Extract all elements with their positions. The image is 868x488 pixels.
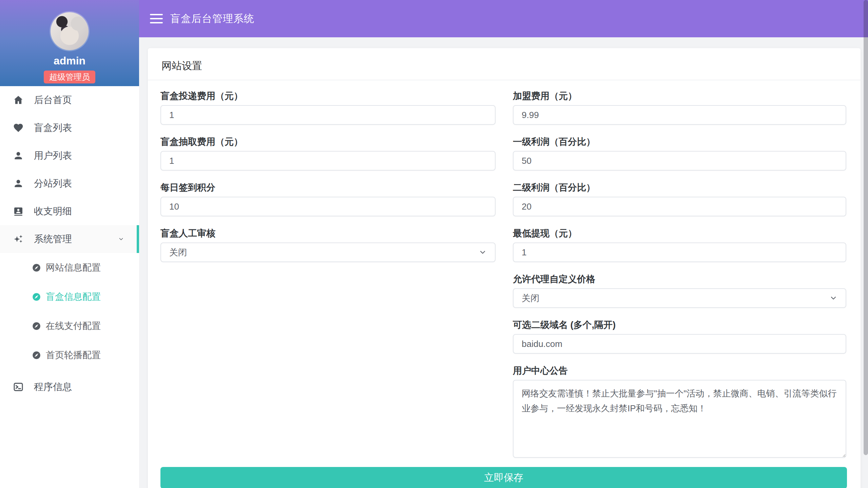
field-label-level2-profit: 二级利润（百分比） — [513, 182, 846, 193]
sidebar-item-substation-list[interactable]: 分站列表 — [0, 170, 139, 197]
form-group: 加盟费用（元） — [513, 91, 846, 125]
sidebar-item-label: 分站列表 — [34, 177, 72, 190]
terminal-icon — [13, 382, 24, 392]
ledger-icon — [13, 206, 24, 217]
sparkles-icon — [13, 234, 24, 245]
save-button[interactable]: 立即保存 — [160, 467, 847, 488]
form-group: 最低提现（元） — [513, 228, 846, 262]
page-title: 网站设置 — [161, 59, 202, 73]
box-delivery-fee-input[interactable] — [160, 105, 496, 125]
sidebar-item-label: 收支明细 — [34, 205, 72, 218]
compass-icon — [32, 321, 41, 331]
home-icon — [13, 95, 24, 105]
compass-icon — [32, 351, 41, 360]
user-center-notice-textarea[interactable]: 网络交友需谨慎！禁止大批量参与"抽一个"活动，禁止微商、电销、引流等类似行业参与… — [513, 380, 846, 458]
sidebar-profile: admin 超级管理员 — [0, 0, 139, 86]
chevron-down-icon — [479, 248, 487, 256]
field-label-box-delivery-fee: 盲盒投递费用（元） — [160, 91, 496, 101]
user-icon — [13, 178, 24, 189]
secondary-domains-input[interactable] — [513, 334, 846, 354]
form-group: 盲盒人工审核 关闭 — [160, 228, 496, 262]
form-column-right: 加盟费用（元） 一级利润（百分比） 二级利润（百分比） 最低提现（元） 允许代理… — [513, 91, 846, 471]
form-group: 可选二级域名 (多个,隔开) — [513, 320, 846, 354]
sidebar-subitem-home-carousel-config[interactable]: 首页轮播配置 — [0, 340, 139, 370]
level2-profit-input[interactable] — [513, 197, 846, 216]
box-draw-fee-input[interactable] — [160, 151, 496, 171]
heart-icon — [13, 122, 24, 133]
sidebar-item-transactions[interactable]: 收支明细 — [0, 197, 139, 225]
agent-custom-price-select[interactable]: 关闭 — [513, 288, 846, 308]
manual-review-select[interactable]: 关闭 — [160, 242, 496, 262]
top-header-bar: 盲盒后台管理系统 — [139, 0, 868, 37]
form-group: 盲盒投递费用（元） — [160, 91, 496, 125]
sidebar-item-label: 后台首页 — [34, 94, 72, 106]
field-label-secondary-domains: 可选二级域名 (多个,隔开) — [513, 320, 846, 330]
field-label-level1-profit: 一级利润（百分比） — [513, 137, 846, 147]
settings-card: 网站设置 盲盒投递费用（元） 盲盒抽取费用（元） 每日签到积分 盲盒人工审核 关… — [148, 48, 861, 488]
select-value: 关闭 — [169, 247, 187, 258]
field-label-manual-review: 盲盒人工审核 — [160, 228, 496, 238]
sidebar-item-box-list[interactable]: 盲盒列表 — [0, 114, 139, 142]
chevron-down-icon — [118, 234, 124, 245]
form-group: 允许代理自定义价格 关闭 — [513, 274, 846, 308]
field-label-franchise-fee: 加盟费用（元） — [513, 91, 846, 101]
sidebar-item-label: 盲盒列表 — [34, 121, 72, 134]
sidebar-item-user-list[interactable]: 用户列表 — [0, 142, 139, 170]
hamburger-menu-icon[interactable] — [150, 11, 163, 26]
form-group: 每日签到积分 — [160, 182, 496, 216]
form-group: 二级利润（百分比） — [513, 182, 846, 216]
avatar[interactable] — [51, 12, 89, 50]
sidebar-subitem-online-payment-config[interactable]: 在线支付配置 — [0, 311, 139, 340]
form-column-left: 盲盒投递费用（元） 盲盒抽取费用（元） 每日签到积分 盲盒人工审核 关闭 — [160, 91, 496, 274]
min-withdrawal-input[interactable] — [513, 242, 846, 262]
sidebar-menu: 后台首页 盲盒列表 用户列表 分站列表 收支明细 系统管理 — [0, 86, 139, 401]
compass-icon — [32, 292, 41, 301]
role-badge: 超级管理员 — [44, 71, 95, 83]
app-title: 盲盒后台管理系统 — [170, 12, 254, 26]
select-value: 关闭 — [522, 292, 539, 304]
field-label-box-draw-fee: 盲盒抽取费用（元） — [160, 137, 496, 147]
sidebar-subitem-box-info-config[interactable]: 盲盒信息配置 — [0, 282, 139, 311]
form-group: 盲盒抽取费用（元） — [160, 137, 496, 171]
level1-profit-input[interactable] — [513, 151, 846, 171]
submenu-item-label: 网站信息配置 — [46, 261, 101, 274]
compass-icon — [32, 263, 41, 272]
chevron-down-icon — [829, 294, 837, 302]
field-label-daily-signin-points: 每日签到积分 — [160, 182, 496, 193]
sidebar-item-system-management[interactable]: 系统管理 — [0, 225, 139, 253]
sidebar-item-label: 系统管理 — [34, 233, 72, 246]
user-icon — [13, 150, 24, 161]
sidebar-item-program-info[interactable]: 程序信息 — [0, 373, 139, 401]
app-window: admin 超级管理员 后台首页 盲盒列表 用户列表 分站列表 收支明 — [0, 0, 868, 488]
field-label-min-withdrawal: 最低提现（元） — [513, 228, 846, 238]
username: admin — [54, 55, 85, 66]
form-group: 一级利润（百分比） — [513, 137, 846, 171]
field-label-user-center-notice: 用户中心公告 — [513, 366, 846, 376]
sidebar-item-label: 用户列表 — [34, 149, 72, 162]
page-scrollbar[interactable] — [864, 0, 868, 455]
sidebar-subitem-site-info-config[interactable]: 网站信息配置 — [0, 253, 139, 282]
submenu-item-label: 盲盒信息配置 — [46, 291, 101, 303]
divider — [148, 80, 861, 80]
sidebar-item-dashboard[interactable]: 后台首页 — [0, 86, 139, 114]
submenu-item-label: 在线支付配置 — [46, 320, 101, 332]
daily-signin-points-input[interactable] — [160, 197, 496, 216]
form-group: 用户中心公告 网络交友需谨慎！禁止大批量参与"抽一个"活动，禁止微商、电销、引流… — [513, 366, 846, 459]
sidebar: admin 超级管理员 后台首页 盲盒列表 用户列表 分站列表 收支明 — [0, 0, 139, 488]
franchise-fee-input[interactable] — [513, 105, 846, 125]
field-label-agent-custom-price: 允许代理自定义价格 — [513, 274, 846, 284]
submenu-item-label: 首页轮播配置 — [46, 349, 101, 361]
sidebar-item-label: 程序信息 — [34, 380, 72, 393]
